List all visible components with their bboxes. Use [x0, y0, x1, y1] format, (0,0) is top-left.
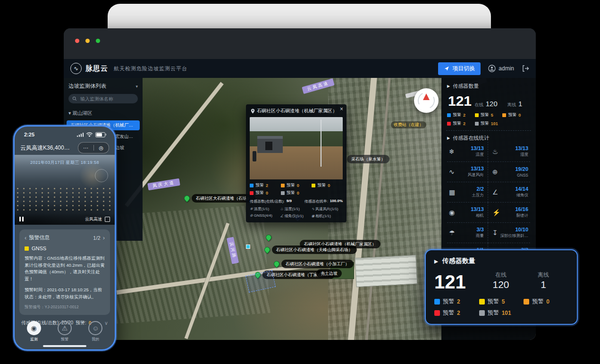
warning-chip-blue: 预警2 [434, 297, 479, 305]
sensor-count-numbers: 121 在线 120 离线 1 [448, 94, 529, 108]
humidity-icon: ♨ [492, 148, 499, 155]
warning-chip-orange: 预警0 [502, 112, 530, 118]
tab-alerts[interactable]: ⚠ 预警 [58, 321, 72, 342]
blue-square-icon [434, 299, 440, 305]
site-label[interactable]: 采石场（泉水箐） [347, 155, 389, 163]
username: admin [499, 65, 514, 72]
warning-chip-gray: 预警101 [479, 309, 524, 317]
home-indicator[interactable] [43, 345, 86, 347]
close-window-button[interactable] [75, 39, 79, 43]
close-icon[interactable]: × [340, 106, 343, 112]
warning-chip-gray: 预警101 [475, 120, 503, 127]
map-factory-building [355, 255, 417, 288]
callout-numbers: 121 在线 120 离线 1 [434, 270, 568, 290]
stat-cell-soil-pressure[interactable]: ▦2/2土压力 [447, 182, 488, 203]
camera-icon: ◉ [449, 209, 455, 216]
soil-pressure-icon: ▦ [449, 188, 455, 196]
sensor-stats-grid: ❄13/13温度 ♨13/13湿度 ∿13/13风速风向 ⊕19/20GNSS … [447, 142, 530, 263]
stat-cell-wind[interactable]: ∿13/13风速风向 [447, 162, 488, 182]
map-marker[interactable]: 夯土边坡 [316, 269, 342, 278]
alert-code-text: 预警编号：YJ-20210317-0012 [25, 304, 105, 310]
sidebar-search[interactable] [68, 94, 138, 103]
window-titlebar [64, 28, 536, 59]
sensor-stats-title-row[interactable]: ▶ 传感器在线统计 [447, 135, 530, 142]
search-input[interactable] [79, 96, 134, 102]
camera-icon: ◉ [311, 214, 314, 218]
fullscreen-icon[interactable] [105, 217, 110, 222]
next-alert-arrow-icon[interactable]: › [103, 234, 105, 241]
navigation-arrow-icon [444, 66, 449, 71]
stat-cell-temperature[interactable]: ❄13/13温度 [447, 142, 488, 162]
maximize-window-button[interactable] [96, 39, 100, 43]
deep-displacement-icon: ↧ [492, 229, 498, 237]
wind-icon: ∿ [449, 168, 455, 176]
gray-square-icon [475, 122, 479, 126]
stat-cell-tiltmeter[interactable]: ∠14/14倾角仪 [488, 182, 530, 203]
site-label[interactable]: 石硐社区小石硐渣堆（天峰山脚采石场） [272, 245, 357, 254]
switch-project-button[interactable]: 项目切换 [438, 62, 481, 75]
video-channel-name: 云凤高速 [85, 216, 102, 222]
user-menu[interactable]: admin [488, 65, 514, 72]
map-pin-icon [263, 246, 271, 254]
map-marker[interactable]: 石硐社区小石硐渣堆（天峰山脚采石场） [264, 245, 357, 254]
map-sensor-square-marker[interactable] [246, 245, 250, 249]
yellow-square-icon [479, 299, 485, 305]
yellow-square-icon [25, 246, 29, 251]
prev-alert-arrow-icon[interactable]: ‹ [25, 234, 26, 241]
gray-square-icon [479, 310, 485, 316]
road-banner: 凤庆大道 [147, 178, 180, 190]
caret-right-icon: ▶ [447, 84, 450, 88]
warning-chip-yellow: 预警0 [312, 182, 343, 188]
orange-square-icon [502, 113, 506, 117]
pin-icon [251, 109, 255, 114]
phone-mockup: 2:25 云凤高速K36,400石… ⋯ ◎ 2021年03月17日 星期三 1… [13, 125, 116, 351]
live-video-player[interactable]: 2021年03月17日 星期三 18:19:58 云凤高速 [15, 155, 115, 225]
map-compass[interactable] [414, 88, 439, 113]
site-label[interactable]: 夯土边坡 [316, 269, 342, 278]
more-menu-icon[interactable]: ⋯ [78, 143, 93, 152]
photo-person [253, 151, 256, 161]
map-marker[interactable]: 采石场（泉水箐） [347, 155, 389, 163]
stat-cell-camera[interactable]: ◉13/13相机 [447, 203, 488, 223]
map-pin-icon [273, 260, 281, 268]
caret-right-icon: ▶ [434, 259, 438, 264]
stat-cell-humidity[interactable]: ♨13/13湿度 [488, 142, 530, 162]
gnss-icon: ⊕ [492, 168, 498, 176]
warning-chip-yellow: 预警5 [479, 297, 524, 305]
popup-header: 石硐社区小石硐渣堆（机械厂家属区） [250, 108, 343, 114]
red-square-icon [250, 191, 254, 195]
divider [446, 130, 531, 131]
close-target-icon[interactable]: ◎ [94, 143, 109, 152]
video-watermark-icon [95, 169, 108, 182]
stat-cell-gnss[interactable]: ⊕19/20GNSS [488, 162, 530, 182]
warning-chip-red: 预警2 [447, 120, 475, 127]
sidebar-group-row[interactable]: ▾ 观山湖区 [64, 106, 143, 119]
popup-title: 石硐社区小石硐渣堆（机械厂家属区） [257, 108, 337, 114]
tiltmeter-icon: ∠ [492, 188, 499, 196]
map-marker[interactable]: 石硐社区小石硐渣堆（小加工厂） [274, 260, 354, 268]
popup-warning-chips: 预警2 预警0 预警0 预警0 预警0 [250, 182, 343, 196]
site-label[interactable]: 石硐社区小石硐渣堆（小加工厂） [281, 260, 354, 268]
stat-cell-crack-meter[interactable]: ⚡16/16裂缝计 [488, 203, 530, 223]
pause-icon[interactable] [19, 217, 24, 221]
sensor-item: ∠倾角仪(1/1) [280, 213, 308, 219]
stat-cell-deep-displacement[interactable]: ↧10/10深部位移测斜… [488, 223, 530, 243]
sidebar-list-title-row[interactable]: 边坡监测体列表 ▾ [64, 81, 143, 92]
alert-type-label: GNSS [32, 245, 46, 251]
stat-cell-rain-gauge[interactable]: ☂3/3雨量 [447, 223, 488, 243]
sidebar-list-title: 边坡监测体列表 [68, 83, 107, 90]
switch-project-label: 项目切换 [452, 65, 475, 73]
minimize-window-button[interactable] [85, 39, 90, 43]
red-square-icon [447, 122, 451, 126]
platform-title: 航天检测危险边坡监测云平台 [114, 65, 187, 72]
yellow-square-icon [475, 113, 479, 117]
tab-profile[interactable]: ☺ 我的 [88, 321, 102, 342]
orange-square-icon [524, 299, 529, 305]
logout-icon[interactable] [522, 65, 529, 72]
sensor-count-title-row[interactable]: ▶ 传感器数量 [447, 83, 530, 90]
map-pin-icon[interactable] [265, 234, 273, 242]
tab-monitor[interactable]: ◉ 监测 [27, 321, 41, 342]
yellow-square-icon [312, 184, 315, 187]
map-marker[interactable]: 石硐社区大石硐渣堆（石场） [184, 194, 255, 203]
warning-chip-red: 预警2 [434, 309, 479, 317]
